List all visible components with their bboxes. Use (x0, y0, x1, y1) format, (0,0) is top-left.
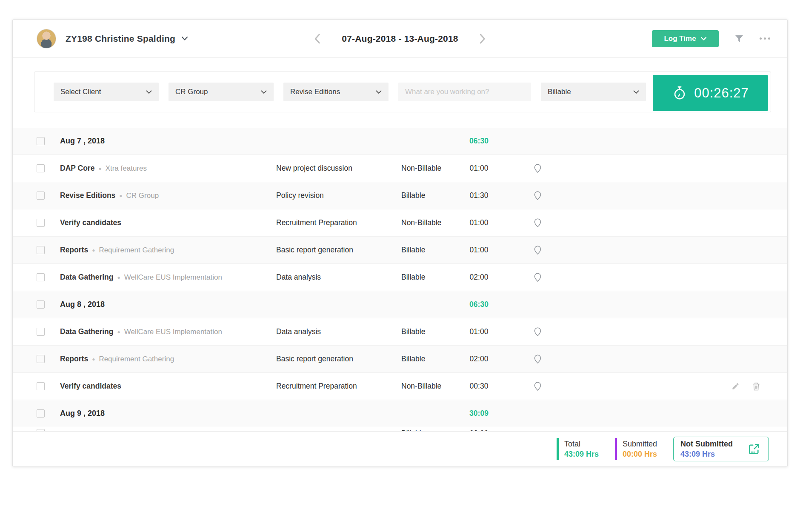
timesheet-body: Aug 7 , 2018 06:30 DAP Core ● Xtra featu… (13, 128, 787, 431)
row-checkbox[interactable] (37, 328, 45, 336)
project-separator: ● Requirement Gathering (88, 355, 174, 363)
date-header-row: Aug 8 , 2018 06:30 (13, 291, 787, 318)
location-pin-icon[interactable] (534, 246, 541, 255)
task-name[interactable]: Data Gathering (60, 273, 113, 282)
date-range[interactable]: 07-Aug-2018 - 13-Aug-2018 (342, 34, 458, 44)
time-entry-row[interactable]: ● Billable 02:00 (13, 427, 787, 431)
location-pin-icon[interactable] (534, 218, 541, 227)
bullet-separator: ● (117, 275, 120, 280)
time-entry-row[interactable]: Verify candidates ● Recruitment Preparat… (13, 209, 787, 237)
header-actions: Log Time (652, 30, 770, 47)
task-name[interactable]: DAP Core (60, 164, 94, 173)
stopwatch-icon (672, 86, 687, 101)
row-checkbox[interactable] (37, 219, 45, 227)
row-checkbox[interactable] (37, 355, 45, 363)
project-name: WellCare EUS Implementation (124, 273, 222, 282)
bullet-separator: ● (98, 166, 101, 172)
row-checkbox[interactable] (37, 300, 45, 309)
logged-time: 01:30 (457, 191, 501, 200)
task-dropdown-value: Revise Editions (290, 88, 340, 96)
work-description: New project discussion (276, 164, 401, 173)
row-checkbox[interactable] (37, 409, 45, 418)
row-checkbox[interactable] (37, 137, 45, 145)
work-description-input[interactable] (398, 83, 531, 101)
row-checkbox[interactable] (37, 382, 45, 390)
project-name: CR Group (126, 192, 159, 200)
logged-time: 00:30 (457, 382, 501, 391)
work-description: Basic report generation (276, 355, 401, 363)
time-entry-row[interactable]: Data Gathering ● WellCare EUS Implementa… (13, 318, 787, 346)
project-separator: ● Requirement Gathering (88, 246, 174, 255)
client-dropdown[interactable]: Select Client (54, 83, 159, 101)
time-entry-row[interactable]: DAP Core ● Xtra features New project dis… (13, 155, 787, 182)
client-dropdown-value: Select Client (60, 88, 101, 96)
billing-status: Non-Billable (401, 164, 457, 173)
location-pin-icon[interactable] (534, 382, 541, 391)
not-submitted-summary[interactable]: Not Submitted 43:09 Hrs (673, 437, 769, 461)
external-arrow-icon[interactable] (747, 442, 761, 456)
row-actions (574, 382, 787, 391)
chevron-down-icon (261, 90, 267, 94)
time-entry-bar: Select Client CR Group Revise Editions B… (34, 72, 771, 112)
logged-time: 01:00 (457, 218, 501, 227)
time-entry-row[interactable]: Data Gathering ● WellCare EUS Implementa… (13, 264, 787, 291)
date-navigation: 07-Aug-2018 - 13-Aug-2018 (312, 20, 488, 57)
row-checkbox[interactable] (37, 273, 45, 281)
work-description: Data analysis (276, 273, 401, 282)
chevron-left-icon[interactable] (312, 33, 323, 44)
logged-time: 01:00 (457, 164, 501, 173)
bullet-separator: ● (92, 356, 95, 362)
total-summary: Total 43:09 Hrs (557, 438, 599, 460)
date-total-hours: 30:09 (457, 409, 501, 418)
time-entry-row[interactable]: Verify candidates ● Recruitment Preparat… (13, 373, 787, 400)
logged-time: 01:00 (457, 246, 501, 255)
task-name[interactable]: Revise Editions (60, 191, 115, 200)
not-submitted-value: 43:09 Hrs (680, 450, 733, 459)
task-dropdown[interactable]: Revise Editions (283, 83, 389, 101)
billing-status: Billable (401, 355, 457, 363)
billing-status: Billable (401, 273, 457, 282)
running-timer[interactable]: 00:26:27 (653, 75, 768, 111)
task-name[interactable]: Data Gathering (60, 327, 113, 336)
user-avatar[interactable] (37, 29, 56, 49)
location-pin-icon[interactable] (534, 191, 541, 200)
work-description: Recruitment Preparation (276, 218, 401, 227)
user-name[interactable]: ZY198 Christine Spalding (66, 34, 175, 44)
submitted-label: Submitted (623, 440, 657, 449)
date-label: Aug 9 , 2018 (45, 409, 457, 418)
location-pin-icon[interactable] (534, 355, 541, 363)
funnel-icon[interactable] (734, 34, 744, 44)
task-name[interactable]: Reports (60, 246, 88, 255)
row-checkbox[interactable] (37, 192, 45, 200)
date-label: Aug 8 , 2018 (45, 300, 457, 309)
timer-value: 00:26:27 (694, 86, 749, 101)
project-name: Requirement Gathering (99, 246, 174, 255)
chevron-down-icon (376, 90, 382, 94)
task-name[interactable]: Verify candidates (60, 218, 121, 227)
chevron-down-icon (633, 90, 639, 94)
row-checkbox[interactable] (37, 164, 45, 172)
time-entry-row[interactable]: Reports ● Requirement Gathering Basic re… (13, 346, 787, 373)
log-time-button[interactable]: Log Time (652, 30, 719, 47)
ellipsis-icon[interactable] (760, 37, 770, 40)
task-name[interactable]: Reports (60, 355, 88, 363)
task-name[interactable]: Verify candidates (60, 382, 121, 391)
trash-icon[interactable] (752, 382, 760, 391)
user-chevron-down-icon[interactable] (181, 36, 188, 41)
logged-time: 02:00 (457, 355, 501, 363)
project-name: Requirement Gathering (99, 355, 174, 363)
row-checkbox[interactable] (37, 246, 45, 254)
work-description: Recruitment Preparation (276, 382, 401, 391)
location-pin-icon[interactable] (534, 273, 541, 282)
location-pin-icon[interactable] (534, 164, 541, 173)
not-submitted-label: Not Submitted (680, 440, 733, 449)
total-label: Total (564, 440, 599, 449)
time-entry-row[interactable]: Reports ● Requirement Gathering Basic re… (13, 237, 787, 264)
location-pin-icon[interactable] (534, 327, 541, 336)
chevron-down-icon (146, 90, 152, 94)
pencil-icon[interactable] (731, 382, 740, 390)
chevron-right-icon[interactable] (477, 33, 488, 44)
time-entry-row[interactable]: Revise Editions ● CR Group Policy revisi… (13, 182, 787, 209)
billable-dropdown[interactable]: Billable (541, 83, 646, 101)
project-dropdown[interactable]: CR Group (169, 83, 274, 101)
